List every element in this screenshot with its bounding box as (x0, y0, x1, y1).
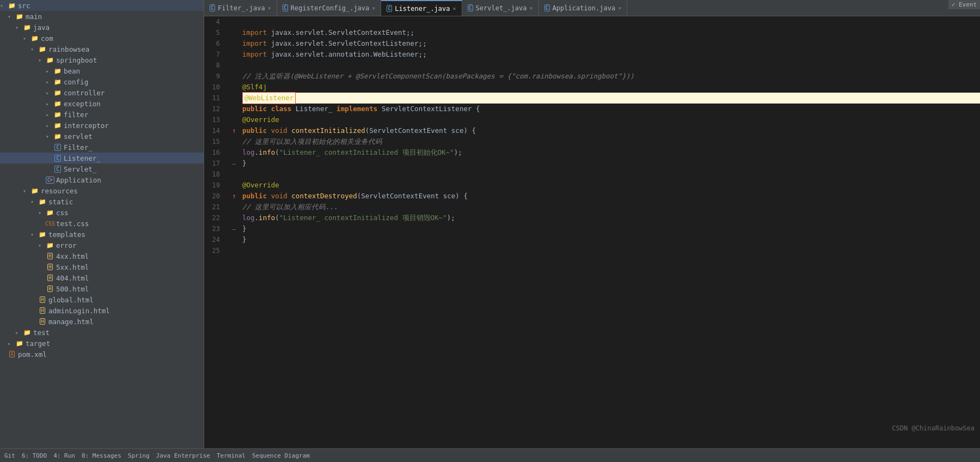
tree-item-Application[interactable]: C▶Application (0, 174, 204, 185)
status-item-spring[interactable]: Spring (128, 452, 150, 459)
tree-label-servlet: servlet (64, 132, 93, 141)
tab-icon-servlet: C (468, 4, 473, 11)
tab-servlet[interactable]: CServlet_.java✕ (462, 0, 539, 16)
tab-register[interactable]: CRegisterConfig_.java✕ (277, 0, 382, 16)
tab-close-listener[interactable]: ✕ (453, 5, 456, 11)
status-label-todo: 6: TODO (22, 452, 47, 459)
tree-item-springboot[interactable]: ▾📁springboot (0, 54, 204, 65)
folder-icon-target: 📁 (15, 339, 24, 348)
tree-label-manage: manage.html (48, 318, 94, 326)
tree-item-css[interactable]: ▾📁css (0, 207, 204, 218)
folder-arrow-com: ▾ (23, 35, 29, 41)
code-content[interactable]: import javax.servlet.ServletContextEvent… (240, 16, 980, 448)
tab-close-register[interactable]: ✕ (372, 5, 375, 11)
tree-item-static[interactable]: ▾📁static (0, 196, 204, 207)
xml-icon-pom: X (8, 350, 16, 358)
folder-arrow-filter: ▸ (46, 112, 52, 118)
tree-item-controller[interactable]: ▸📁controller (0, 87, 204, 98)
tree-item-resources[interactable]: ▾📁resources (0, 185, 204, 196)
tree-label-java: java (33, 23, 50, 32)
tree-item-rainbowsea[interactable]: ▾📁rainbowsea (0, 44, 204, 54)
status-item-java-enterprise[interactable]: Java Enterprise (156, 452, 210, 459)
status-item-git[interactable]: Git (4, 452, 15, 459)
breakpoint-arrow: ↑ (232, 127, 236, 135)
folder-icon-controller: 📁 (53, 88, 62, 97)
tree-item-test_css[interactable]: CSStest.css (0, 218, 204, 229)
tree-item-interceptor[interactable]: ▸📁interceptor (0, 120, 204, 131)
status-item-terminal[interactable]: Terminal (217, 452, 246, 459)
line-num-18: 18 (204, 169, 224, 180)
editor-tabs: CFilter_.java✕CRegisterConfig_.java✕CLis… (204, 0, 980, 16)
tab-listener[interactable]: CListener_.java✕ (381, 0, 462, 16)
gutter-item-20: ↑ (229, 191, 240, 202)
tree-item-global[interactable]: Hglobal.html (0, 294, 204, 305)
tree-item-main[interactable]: ▾📁main (0, 11, 204, 22)
gutter-item-22 (229, 212, 240, 223)
tree-label-static: static (48, 198, 73, 206)
tree-item-bean[interactable]: ▸📁bean (0, 65, 204, 76)
status-item-sequence[interactable]: Sequence Diagram (252, 452, 310, 459)
tree-label-config: config (64, 78, 88, 86)
line-num-8: 8 (204, 60, 224, 71)
gutter-item-10 (229, 82, 240, 93)
css-icon-test_css: CSS (46, 219, 54, 228)
tree-item-com[interactable]: ▾📁com (0, 33, 204, 44)
tree-label-templates: templates (48, 230, 85, 239)
tree-item-filter[interactable]: ▸📁filter (0, 109, 204, 120)
gutter-item-24 (229, 234, 240, 245)
status-item-messages[interactable]: 0: Messages (82, 452, 121, 459)
tree-item-servlet[interactable]: ▾📁servlet (0, 131, 204, 142)
status-item-run[interactable]: 4: Run (53, 452, 75, 459)
tree-label-exception: exception (64, 100, 101, 108)
tree-label-controller: controller (64, 89, 105, 97)
tree-item-Filter_[interactable]: CFilter_ (0, 142, 204, 153)
tree-item-target[interactable]: ▸📁target (0, 338, 204, 349)
tab-close-filter[interactable]: ✕ (268, 5, 271, 11)
tree-item-adminLogin[interactable]: HadminLogin.html (0, 305, 204, 316)
code-line-16: log.info("Listener_ contextInitialized 项… (242, 147, 980, 158)
tab-close-application[interactable]: ✕ (618, 5, 621, 11)
tree-item-error[interactable]: ▾📁error (0, 240, 204, 251)
fold-icon: — (232, 226, 236, 232)
code-editor[interactable]: 45678910111213141516171819202122232425 ↑… (204, 16, 980, 448)
folder-icon-servlet: 📁 (53, 132, 62, 141)
status-item-todo[interactable]: 6: TODO (22, 452, 47, 459)
gutter-item-4 (229, 16, 240, 27)
line-num-20: 20 (204, 191, 224, 202)
status-label-spring: Spring (128, 452, 150, 459)
fold-icon: — (232, 161, 236, 167)
tree-item-Servlet_[interactable]: CServlet_ (0, 163, 204, 174)
tree-item-pom[interactable]: Xpom.xml (0, 349, 204, 360)
tab-filter[interactable]: CFilter_.java✕ (204, 0, 277, 16)
gutter-item-17: — (229, 158, 240, 169)
tree-item-exception[interactable]: ▸📁exception (0, 98, 204, 109)
tree-item-test[interactable]: ▸📁test (0, 327, 204, 338)
file-tree[interactable]: ▾📁src▾📁main▾📁java▾📁com▾📁rainbowsea▾📁spri… (0, 0, 204, 448)
tree-label-bean: bean (64, 67, 80, 75)
tab-application[interactable]: CApplication.java✕ (539, 0, 628, 16)
comment: // 这里可以加入项目初始化的相关业务代码 (242, 136, 382, 147)
tree-item-Listener_[interactable]: CListener_ (0, 153, 204, 163)
folder-icon-src: 📁 (8, 1, 16, 10)
tree-label-test: test (33, 329, 50, 337)
line-num-16: 16 (204, 147, 224, 158)
gutter-item-7 (229, 49, 240, 60)
code-line-6: import javax.servlet.ServletContextListe… (242, 38, 980, 49)
folder-icon-rainbowsea: 📁 (38, 45, 47, 53)
folder-arrow-src: ▾ (0, 3, 7, 9)
tree-item-500[interactable]: H500.html (0, 283, 204, 294)
tree-item-404[interactable]: H404.html (0, 272, 204, 283)
tree-item-templates[interactable]: ▾📁templates (0, 229, 204, 240)
tree-item-manage[interactable]: Hmanage.html (0, 316, 204, 327)
tree-item-4xx[interactable]: H4xx.html (0, 251, 204, 262)
tree-item-java[interactable]: ▾📁java (0, 22, 204, 33)
folder-arrow-springboot: ▾ (38, 57, 45, 63)
keyword-import: import (242, 49, 271, 60)
tree-item-5xx[interactable]: H5xx.html (0, 262, 204, 272)
tree-item-src[interactable]: ▾📁src (0, 0, 204, 11)
gutter-item-19 (229, 180, 240, 191)
tree-item-config[interactable]: ▸📁config (0, 76, 204, 87)
line-num-13: 13 (204, 114, 224, 125)
code-line-9: // 注入监听器(@WebListener + @ServletComponen… (242, 71, 980, 82)
tab-close-servlet[interactable]: ✕ (530, 5, 533, 11)
